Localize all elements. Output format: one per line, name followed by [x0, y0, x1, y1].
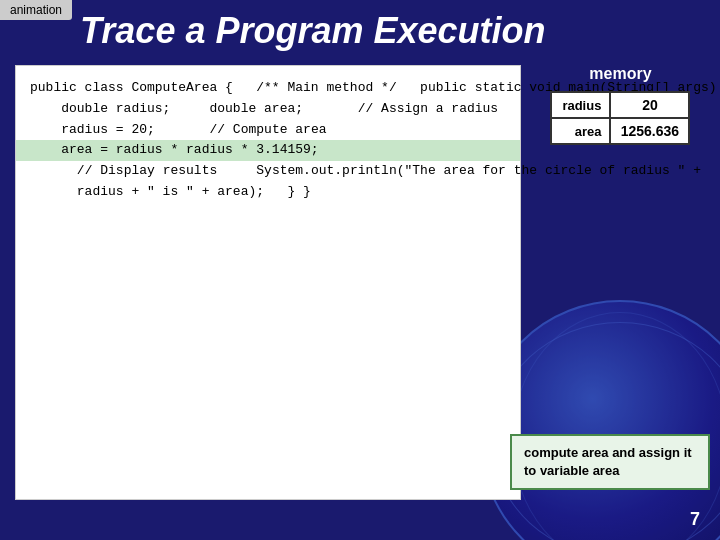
- animation-tab-label: animation: [10, 3, 62, 17]
- code-line-12: // Display results: [46, 163, 218, 178]
- code-line-14: radius + " is " + area);: [30, 184, 264, 199]
- code-line-3: double radius;: [30, 101, 170, 116]
- code-line-9: // Compute area: [178, 122, 326, 137]
- var-name-0: radius: [551, 92, 610, 118]
- code-line-10: area = radius * radius * 3.14159;: [16, 140, 520, 161]
- var-name-1: area: [551, 118, 610, 144]
- code-line-11: [30, 163, 38, 178]
- var-value-1: 1256.636: [610, 118, 689, 144]
- code-line-7: radius = 20;: [30, 122, 155, 137]
- code-line-4: double area;: [178, 101, 303, 116]
- code-line-5: [311, 101, 319, 116]
- memory-panel: memory radius20area1256.636: [536, 65, 705, 500]
- code-line-6: // Assign a radius: [327, 101, 499, 116]
- code-line-8: [163, 122, 171, 137]
- tooltip-text: compute area and assign it to variable a…: [519, 166, 687, 199]
- page-title: Trace a Program Execution: [80, 10, 700, 52]
- var-value-0: 20: [610, 92, 689, 118]
- memory-row-0: radius20: [551, 92, 689, 118]
- code-panel: public class ComputeArea { /** Main meth…: [15, 65, 521, 500]
- animation-tab: animation: [0, 0, 72, 20]
- page-number: 7: [690, 509, 700, 530]
- memory-table: radius20area1256.636: [550, 91, 690, 145]
- code-line-0: public class ComputeArea {: [30, 80, 233, 95]
- memory-label: memory: [589, 65, 651, 83]
- code-line-15: }: [272, 184, 295, 199]
- code-line-16: }: [303, 184, 311, 199]
- tooltip-box: compute area and assign it to variable a…: [505, 155, 705, 211]
- memory-row-1: area1256.636: [551, 118, 689, 144]
- main-content: public class ComputeArea { /** Main meth…: [15, 65, 705, 500]
- code-line-1: /** Main method */: [241, 80, 397, 95]
